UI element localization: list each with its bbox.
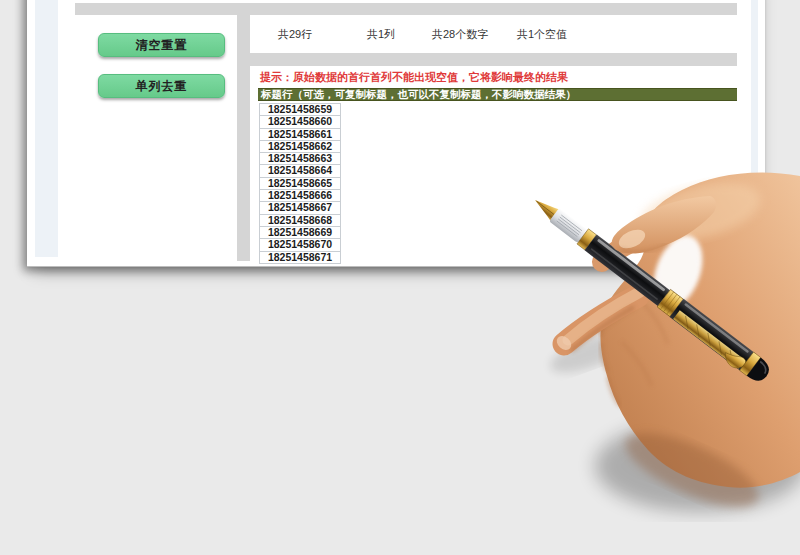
- table-row[interactable]: 18251458661: [259, 129, 341, 141]
- table-row[interactable]: 18251458670: [259, 239, 341, 251]
- hand-holding-pen-photo: [520, 155, 800, 555]
- table-row[interactable]: 18251458665: [259, 178, 341, 190]
- table-row[interactable]: 18251458668: [259, 215, 341, 227]
- table-row[interactable]: 18251458660: [259, 116, 341, 128]
- stats-row: 共29行共1列共28个数字共1个空值: [250, 15, 737, 53]
- stat-item: 共29行: [278, 15, 312, 53]
- table-row[interactable]: 18251458667: [259, 202, 341, 214]
- clear-reset-button[interactable]: 清空重置: [98, 33, 225, 57]
- table-header-cell[interactable]: 标题行（可选，可复制标题，也可以不复制标题，不影响数据结果）: [258, 88, 737, 101]
- panel-divider: [237, 3, 250, 261]
- paper-margin-strip-left: [35, 0, 58, 257]
- table-row[interactable]: 18251458669: [259, 227, 341, 239]
- stat-item: 共1个空值: [517, 15, 567, 53]
- table-row[interactable]: 18251458664: [259, 165, 341, 177]
- table-row[interactable]: 18251458662: [259, 141, 341, 153]
- top-chrome-bar: [75, 3, 737, 15]
- separator-band: [250, 53, 737, 66]
- stat-item: 共28个数字: [432, 15, 488, 53]
- stat-item: 共1列: [367, 15, 395, 53]
- table-row[interactable]: 18251458659: [259, 104, 341, 116]
- table-row[interactable]: 18251458671: [259, 252, 341, 264]
- number-column: 1825145865918251458660182514586611825145…: [259, 103, 341, 264]
- single-column-dedupe-button[interactable]: 单列去重: [98, 74, 225, 98]
- hint-text: 提示：原始数据的首行首列不能出现空值，它将影响最终的结果: [260, 70, 568, 84]
- table-row[interactable]: 18251458666: [259, 190, 341, 202]
- table-row[interactable]: 18251458663: [259, 153, 341, 165]
